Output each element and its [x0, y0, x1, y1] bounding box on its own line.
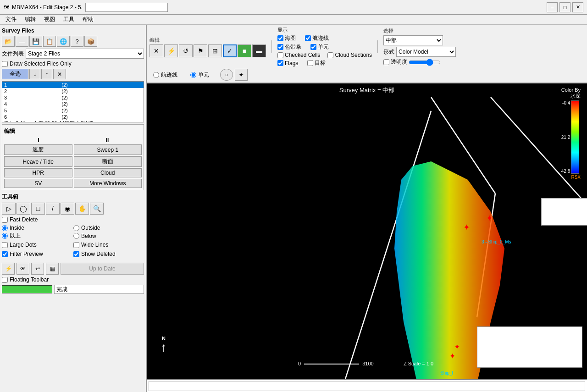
cell-radio[interactable] — [190, 72, 196, 78]
stage-dropdown[interactable]: Stage 2 Files — [26, 49, 144, 59]
sort-down-button[interactable]: ↓ — [29, 69, 40, 79]
survey-files-header: Survey Files — [2, 28, 144, 34]
fast-delete-checkbox[interactable] — [2, 217, 8, 223]
checked-cells-checkbox[interactable] — [277, 52, 283, 58]
line-tool[interactable]: / — [46, 203, 60, 215]
color-model-dropdown[interactable]: Color Model — [396, 47, 456, 57]
danyuan-checkbox[interactable] — [310, 44, 316, 50]
flags-checkbox[interactable] — [277, 60, 283, 66]
below-radio[interactable] — [73, 233, 79, 239]
transparency-slider[interactable] — [409, 59, 441, 66]
sweep1-button[interactable]: Sweep 1 — [74, 144, 142, 155]
menu-file[interactable]: 文件 — [2, 15, 20, 24]
floating-toolbar-checkbox[interactable] — [2, 277, 8, 283]
menu-edit[interactable]: 编辑 — [21, 15, 39, 24]
menu-help[interactable]: 帮助 — [79, 15, 97, 24]
sv-button[interactable]: SV — [4, 179, 72, 188]
transparency-checkbox[interactable] — [383, 59, 389, 65]
col2-label: II — [78, 137, 137, 144]
hangjixian-checkbox[interactable] — [305, 35, 311, 41]
uptodate-button[interactable]: Up to Date — [61, 263, 144, 275]
list-item[interactable]: Ship_0_Manual_30-01-06_145305_HSV (2) — [2, 120, 144, 122]
more-windows-button[interactable]: More Windows — [74, 179, 142, 188]
title-input[interactable] — [85, 3, 168, 12]
copy-button[interactable]: 📋 — [43, 36, 56, 47]
select-tool[interactable]: ▷ — [2, 203, 16, 215]
track-radio-row: 航迹线 — [153, 71, 177, 79]
color-bar — [571, 100, 579, 174]
cloud-sections-checkbox[interactable] — [327, 52, 333, 58]
help-button[interactable]: ? — [71, 36, 83, 47]
show-deleted-checkbox[interactable] — [73, 251, 79, 257]
circle-tool[interactable]: ◯ — [17, 203, 30, 215]
below-radio-row: Below — [73, 232, 144, 240]
haitu-checkbox[interactable] — [277, 35, 283, 41]
tb-green-button[interactable]: ■ — [238, 44, 251, 57]
undo-button[interactable]: ↩ — [31, 263, 44, 275]
hpr-button[interactable]: HPR — [4, 168, 72, 177]
outside-radio[interactable] — [73, 225, 79, 231]
open-button[interactable]: 📂 — [2, 36, 15, 47]
menu-view[interactable]: 视图 — [40, 15, 59, 24]
file-listbox[interactable]: 1 (2) 2 (2) 3 (2) 4 (2) — [2, 81, 144, 122]
floating-toolbar-row: Floating Toolbar — [2, 276, 144, 283]
tb-check-button[interactable]: ✓ — [223, 44, 237, 57]
lightning-button[interactable]: ⚡ — [2, 263, 15, 275]
track-radio[interactable] — [153, 72, 159, 78]
menu-tools[interactable]: 工具 — [60, 15, 78, 24]
list-item[interactable]: 3 (2) — [2, 94, 144, 101]
minimize-button[interactable]: – — [547, 2, 558, 12]
tb-star-button[interactable]: ✦ — [235, 69, 248, 81]
grid-button[interactable]: ▦ — [46, 263, 59, 275]
tb-lightning-button[interactable]: ⚡ — [164, 44, 178, 57]
eye-button[interactable]: 👁 — [17, 263, 29, 275]
list-item[interactable]: 6 (2) — [2, 114, 144, 120]
tb-circle-button[interactable]: ○ — [220, 69, 233, 81]
inside-radio[interactable] — [2, 225, 8, 231]
cloud-button[interactable]: Cloud — [74, 168, 142, 177]
check-checked-cells: Checked Cells — [277, 52, 320, 58]
list-item[interactable]: 1 (2) — [2, 82, 144, 88]
tb-undo-button[interactable]: ↺ — [179, 44, 193, 57]
sedaitiao-checkbox[interactable] — [277, 44, 283, 50]
close-button[interactable]: ✕ — [572, 2, 583, 12]
brush-tool[interactable]: ◉ — [61, 203, 74, 215]
list-item[interactable]: 4 (2) — [2, 101, 144, 107]
tb-grid-button[interactable]: ⊞ — [208, 44, 222, 57]
save-button[interactable]: 💾 — [29, 36, 42, 47]
maximize-button[interactable]: □ — [559, 2, 570, 12]
tb-x-button[interactable]: ✕ — [150, 44, 163, 57]
region-dropdown[interactable]: 中部 — [383, 35, 443, 45]
section-button[interactable]: 断面 — [74, 156, 142, 167]
show-deleted-label: Show Deleted — [81, 251, 116, 257]
select-toolbar-label: 选择 — [383, 28, 456, 34]
mubiao-checkbox[interactable] — [307, 60, 313, 66]
draw-selected-checkbox[interactable] — [2, 61, 8, 67]
draw-selected-checkbox-row: Draw Selected Files Only — [2, 61, 144, 67]
pan-tool[interactable]: ✋ — [75, 203, 89, 215]
zoom-tool[interactable]: 🔍 — [90, 203, 104, 215]
package-button[interactable]: 📦 — [84, 36, 97, 47]
list-item[interactable]: 5 (2) — [2, 107, 144, 114]
speed-button[interactable]: 速度 — [4, 144, 72, 155]
tb-flag-button[interactable]: ⚑ — [194, 44, 207, 57]
options-grid2: Large Dots Wide Lines Filter Preview Sho… — [2, 242, 144, 259]
dash-button[interactable]: — — [16, 36, 28, 47]
globe-button[interactable]: 🌐 — [57, 36, 70, 47]
canvas-area[interactable]: Survey Matrix = 中部 — [147, 83, 587, 379]
filter-preview-checkbox[interactable] — [2, 251, 8, 257]
command-input[interactable] — [149, 381, 585, 391]
rect-tool[interactable]: □ — [31, 203, 45, 215]
sort-up-button[interactable]: ↑ — [41, 69, 52, 79]
wide-lines-checkbox[interactable] — [73, 242, 79, 248]
tb-black-button[interactable]: ▬ — [252, 44, 266, 57]
progress-bar — [2, 285, 52, 293]
large-dots-checkbox[interactable] — [2, 242, 8, 248]
menu-bar: 文件 编辑 视图 工具 帮助 — [0, 15, 587, 25]
clear-button[interactable]: ✕ — [53, 69, 66, 79]
select-all-button[interactable]: 全选 — [2, 69, 28, 79]
above-radio[interactable] — [2, 233, 8, 239]
list-item[interactable]: 2 (2) — [2, 88, 144, 94]
heave-tide-button[interactable]: Heave / Tide — [4, 156, 72, 167]
form-label: 形式 — [383, 48, 394, 56]
